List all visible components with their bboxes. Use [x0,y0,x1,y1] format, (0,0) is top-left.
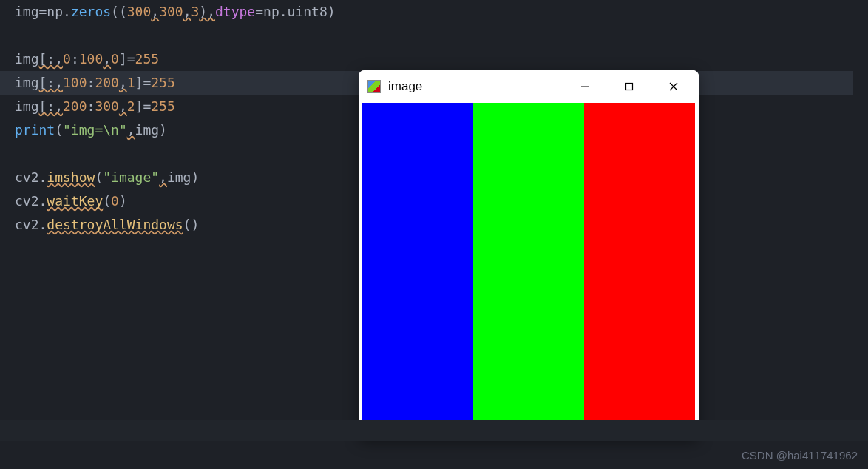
code-line-empty [15,24,868,47]
minimize-button[interactable] [563,70,607,103]
status-bar [0,420,868,441]
stripe-green [473,103,584,436]
window-icon [367,80,381,93]
image-preview-window[interactable]: image [359,70,699,439]
close-button[interactable] [651,70,696,103]
stripe-red [584,103,695,436]
stripe-blue [362,103,473,436]
code-line: img[:,0:100,0]=255 [15,47,868,71]
window-controls [563,70,696,103]
window-title: image [388,79,563,94]
code-line: img=np.zeros((300,300,3),dtype=np.uint8) [15,0,868,24]
window-titlebar[interactable]: image [359,70,699,103]
image-canvas [362,103,695,436]
maximize-button[interactable] [607,70,651,103]
svg-rect-1 [626,84,633,90]
watermark: CSDN @hai411741962 [742,449,858,462]
